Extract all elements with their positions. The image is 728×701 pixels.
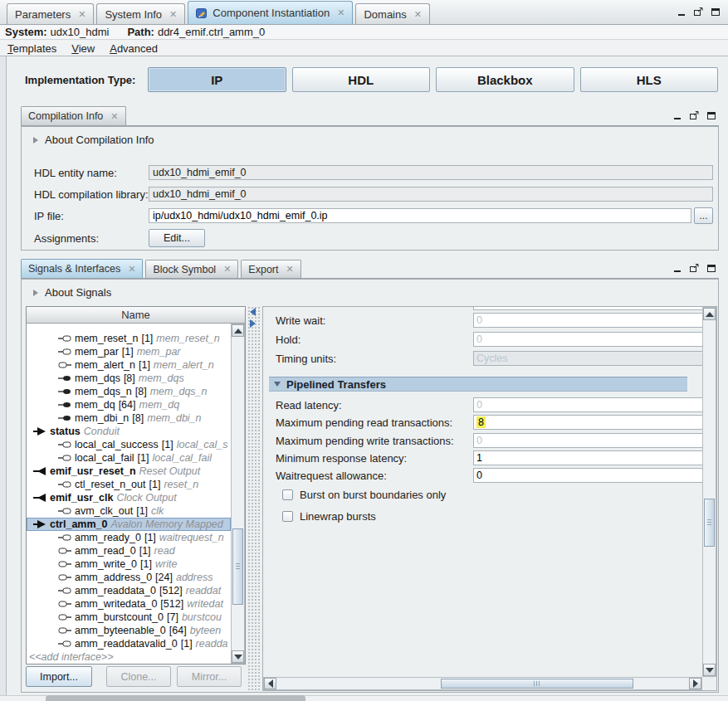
tab-export[interactable]: Export✕ [241, 260, 300, 278]
checkbox[interactable] [282, 489, 293, 500]
close-icon[interactable]: ✕ [110, 112, 118, 121]
tree-row-mem_dq[interactable]: mem_dq[64]mem_dq [27, 398, 231, 411]
float-icon[interactable] [689, 110, 700, 120]
about-compilation-info[interactable]: About Compilation Info [33, 134, 154, 146]
signal-role: byteen [190, 625, 222, 636]
tree-row-mem_reset_n[interactable]: mem_reset_n[1]mem_reset_n [27, 332, 231, 345]
tree-row-emif_usr_reset_n[interactable]: emif_usr_reset_nReset Output [27, 465, 231, 478]
tree-row-avm_clk_out[interactable]: avm_clk_out[1]clk [27, 504, 231, 518]
float-icon[interactable] [689, 263, 700, 273]
scrollbar-thumb[interactable] [704, 499, 715, 547]
pipelined-transfers-section-header[interactable]: Pipelined Transfers [269, 377, 687, 392]
tab-system-info[interactable]: System Info✕ [96, 3, 185, 24]
signal-name: emif_usr_reset_n [50, 465, 136, 477]
assignments-edit-button[interactable]: Edit... [149, 229, 205, 247]
signal-width: [8] [132, 412, 144, 424]
impl-type-hdl-button[interactable]: HDL [292, 67, 431, 92]
tab-component-instantiation[interactable]: Component Instantiation✕ [188, 1, 353, 24]
tab-domains[interactable]: Domains✕ [355, 3, 430, 24]
signal-role: Avalon Memory Mapped [111, 518, 223, 530]
tree-row-ctrl_amm_0[interactable]: ctrl_amm_0Avalon Memory Mapped [27, 518, 231, 531]
tree-row-ctl_reset_n_out[interactable]: ctl_reset_n_out[1]reset_n [27, 478, 231, 491]
minimize-icon[interactable] [673, 264, 682, 273]
scrollbar-thumb[interactable] [232, 528, 243, 605]
maximize-icon[interactable] [706, 111, 716, 120]
details-horizontal-scrollbar[interactable] [263, 677, 702, 690]
tree-row-amm_burstcount_0[interactable]: amm_burstcount_0[7]burstcou [27, 611, 231, 624]
window-controls [677, 7, 721, 17]
import-button[interactable]: Import... [26, 666, 92, 687]
tree-row-mem_alert_n[interactable]: mem_alert_n[1]mem_alert_n [27, 358, 231, 372]
scroll-up-icon[interactable] [703, 308, 716, 320]
tree-row-amm_readdata_0[interactable]: amm_readdata_0[512]readdat [27, 584, 231, 597]
checkbox[interactable] [282, 511, 293, 522]
detail-row-maximum-pending-read-transactions: Maximum pending read transactions:8 [263, 415, 702, 431]
close-icon[interactable]: ✕ [128, 265, 135, 274]
minimize-icon[interactable] [673, 111, 682, 120]
tree-row-amm_writedata_0[interactable]: amm_writedata_0[512]writedat [27, 597, 231, 611]
field-input: 0 [473, 313, 702, 328]
tree-row-mem_dqs[interactable]: mem_dqs[8]mem_dqs [27, 372, 231, 385]
tree-row-amm_read_0[interactable]: amm_read_0[1]read [27, 544, 231, 557]
scroll-down-icon[interactable] [703, 664, 716, 676]
close-icon[interactable]: ✕ [169, 10, 177, 19]
tree-row-emif_usr_clk[interactable]: emif_usr_clkClock Output [27, 491, 231, 504]
close-icon[interactable]: ✕ [78, 10, 86, 19]
scroll-left-icon[interactable] [264, 678, 276, 689]
tree-row-amm_readdatavalid_0[interactable]: amm_readdatavalid_0[1]readda [27, 637, 231, 650]
maximize-icon[interactable] [711, 7, 721, 17]
tab-block-symbol[interactable]: Block Symbol✕ [145, 260, 238, 278]
tab-compilation-info[interactable]: Compilation Info ✕ [21, 106, 126, 125]
signal-out-icon [58, 507, 71, 515]
field-input[interactable]: 1 [473, 450, 702, 465]
minimize-icon[interactable] [677, 7, 686, 17]
tree-vertical-scrollbar[interactable] [231, 324, 245, 664]
maximize-icon[interactable] [706, 264, 716, 273]
tree-row-local_cal_fail[interactable]: local_cal_fail[1]local_cal_fail [27, 451, 231, 465]
field-value: 8 [476, 416, 486, 428]
panel-splitter[interactable] [247, 306, 261, 691]
tree-row-amm_byteenable_0[interactable]: amm_byteenable_0[64]byteen [27, 624, 231, 637]
tree-row-amm_address_0[interactable]: amm_address_0[24]address [27, 571, 231, 584]
tree-row-amm_write_0[interactable]: amm_write_0[1]write [27, 557, 231, 571]
collapse-right-icon[interactable] [250, 319, 256, 328]
tree-row-status[interactable]: statusConduit [27, 425, 231, 438]
impl-type-ip-button[interactable]: IP [148, 67, 286, 92]
scroll-down-icon[interactable] [232, 650, 244, 663]
close-icon[interactable]: ✕ [414, 10, 422, 19]
menu-view[interactable]: View [71, 42, 95, 55]
ip-file-field[interactable]: ip/udx10_hdmi/udx10_hdmi_emif_0.ip [149, 208, 691, 223]
menu-templates[interactable]: Templates [7, 42, 56, 55]
tree-row-mem_dbi_n[interactable]: mem_dbi_n[8]mem_dbi_n [27, 411, 231, 425]
bottom-panel-tab[interactable] [46, 695, 305, 701]
close-icon[interactable]: ✕ [337, 8, 344, 17]
signal-width: [1] [122, 346, 134, 358]
field-input[interactable]: 0 [473, 468, 702, 483]
field-input[interactable]: 8 [473, 415, 702, 430]
field-label: Hold: [276, 333, 300, 346]
about-signals[interactable]: About Signals [33, 286, 111, 299]
field-value: 0 [476, 333, 482, 345]
close-icon[interactable]: ✕ [286, 265, 293, 274]
signal-role: waitrequest_n [159, 532, 224, 543]
tree-name-header[interactable]: Name [27, 307, 245, 324]
tab-signals-interfaces[interactable]: Signals & Interfaces✕ [21, 259, 143, 278]
tree-row-local_cal_success[interactable]: local_cal_success[1]local_cal_s [27, 438, 231, 451]
scroll-up-icon[interactable] [232, 324, 244, 337]
details-vertical-scrollbar[interactable] [702, 307, 716, 677]
close-icon[interactable]: ✕ [223, 265, 231, 274]
tree-row-mem_par[interactable]: mem_par[1]mem_par [27, 345, 231, 358]
float-icon[interactable] [693, 7, 704, 17]
collapse-left-icon[interactable] [250, 308, 256, 316]
add-interface-row[interactable]: <<add interface>> [27, 650, 231, 664]
tree-row-amm_ready_0[interactable]: amm_ready_0[1]waitrequest_n [27, 531, 231, 544]
scroll-right-icon[interactable] [689, 678, 701, 689]
scrollbar-thumb[interactable] [441, 679, 633, 689]
checkbox-label: Linewrap bursts [300, 510, 376, 523]
ip-file-browse-button[interactable]: ... [694, 207, 713, 224]
tab-parameters[interactable]: Parameters✕ [7, 3, 94, 24]
impl-type-hls-button[interactable]: HLS [580, 67, 719, 92]
tree-row-mem_dqs_n[interactable]: mem_dqs_n[8]mem_dqs_n [27, 385, 231, 398]
menu-advanced[interactable]: Advanced [110, 42, 158, 55]
impl-type-blackbox-button[interactable]: Blackbox [436, 67, 574, 92]
